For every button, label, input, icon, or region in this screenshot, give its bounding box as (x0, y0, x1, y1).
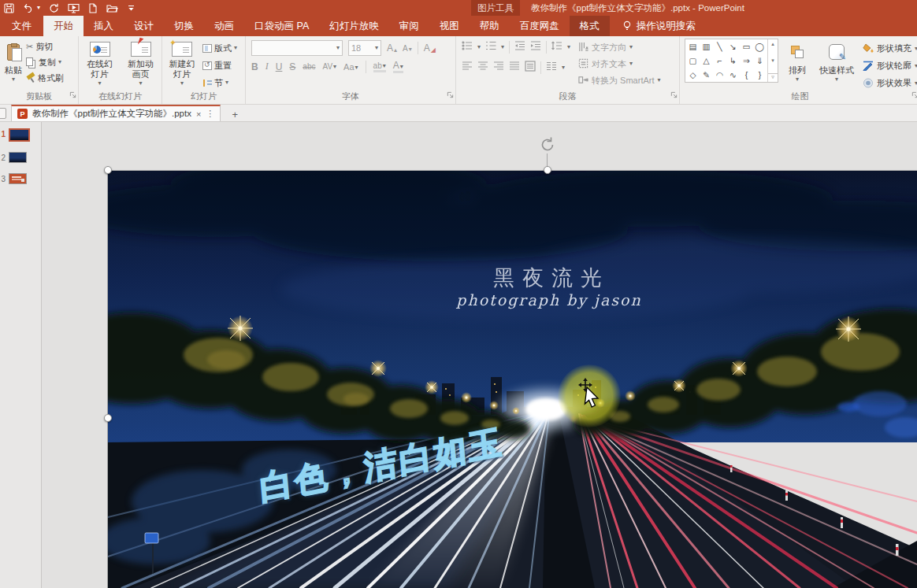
align-right-button[interactable] (493, 61, 504, 75)
tab-file[interactable]: 文件 (0, 16, 43, 36)
shape-left-brace-icon[interactable]: { (745, 70, 748, 80)
shape-triangle-icon[interactable]: △ (703, 56, 709, 65)
document-tab-close-icon[interactable]: × (196, 109, 201, 119)
cut-button[interactable]: ✂剪切 (26, 39, 64, 54)
change-case-button[interactable]: Aa▾ (343, 62, 358, 72)
tab-insert[interactable]: 插入 (84, 16, 124, 36)
tab-baidu-pan[interactable]: 百度网盘 (510, 16, 570, 36)
shape-freeform-icon[interactable]: ◇ (689, 70, 696, 80)
section-button[interactable]: 节▾ (202, 75, 237, 91)
tell-me-search[interactable]: 操作说明搜索 (614, 16, 704, 36)
justify-button[interactable] (509, 61, 520, 75)
new-slide-button[interactable]: ✦ 新建幻灯片 ▾ (165, 39, 199, 89)
distribute-text-button[interactable] (525, 61, 536, 75)
align-left-button[interactable] (462, 61, 473, 75)
tab-transitions[interactable]: 切换 (164, 16, 204, 36)
document-tab-active[interactable]: P 教你制作《ppt制作立体文字功能》.pptx × ⋮ (11, 105, 221, 121)
doc-tab-list-icon[interactable] (0, 108, 6, 119)
slide-thumbnail-1[interactable]: 1 (0, 128, 41, 142)
drawing-dialog-launcher-icon[interactable] (911, 87, 917, 102)
shape-curve-icon[interactable]: ∿ (730, 70, 737, 80)
open-folder-icon[interactable] (106, 3, 118, 13)
slide-thumbnail-2[interactable]: 2 (0, 152, 41, 163)
shape-arrow-line-icon[interactable]: ↘ (730, 42, 737, 51)
increase-indent-button[interactable] (530, 40, 541, 54)
paste-button[interactable]: 粘贴 ▾ (2, 39, 24, 89)
shapes-gallery-more-icon[interactable]: ▿ (768, 73, 778, 80)
font-size-combobox[interactable]: 18▾ (348, 40, 381, 56)
shape-elbow-connector-icon[interactable]: ⌐ (717, 56, 722, 65)
undo-icon[interactable]: ▾ (23, 3, 40, 13)
shapes-scroll-up-icon[interactable]: ▴ (771, 41, 774, 47)
text-highlight-button[interactable]: ab▾ (373, 61, 386, 72)
shape-textbox-icon[interactable]: ▤ (689, 42, 697, 51)
numbering-button[interactable] (485, 40, 496, 54)
online-slide-button[interactable]: 在线幻灯片 ▾ (82, 39, 118, 89)
shape-effects-button[interactable]: 形状效果▾ (863, 76, 917, 91)
decrease-indent-button[interactable] (514, 40, 525, 54)
shape-right-brace-icon[interactable]: } (759, 70, 762, 80)
tab-pocket-animation[interactable]: 口袋动画 PA (244, 16, 319, 36)
undo-caret-icon[interactable]: ▾ (37, 4, 40, 12)
align-center-button[interactable] (477, 61, 488, 75)
shape-vertical-textbox-icon[interactable]: ▥ (703, 42, 711, 51)
selection-handle-top-middle[interactable] (544, 166, 551, 174)
shape-down-arrow-icon[interactable]: ⇓ (756, 56, 763, 65)
shape-arc-icon[interactable]: ◠ (716, 70, 723, 80)
shape-rectangle-icon[interactable]: ▭ (743, 42, 751, 51)
shape-right-arrow-icon[interactable]: ⇒ (743, 56, 750, 65)
increase-font-button[interactable]: A▴ (387, 43, 397, 54)
convert-smartart-button[interactable]: 转换为 SmartArt▾ (578, 73, 660, 87)
slide-title-text[interactable]: 黑夜流光 (493, 264, 610, 292)
double-strike-button[interactable]: abc (303, 62, 315, 71)
tab-home[interactable]: 开始 (43, 16, 84, 36)
character-spacing-button[interactable]: AV▾ (322, 62, 336, 71)
slide-1-thumbnail-image[interactable] (9, 128, 30, 142)
shape-oval-icon[interactable]: ◯ (756, 42, 765, 51)
shape-scribble-icon[interactable]: ✎ (703, 70, 710, 80)
font-name-combobox[interactable]: ▾ (251, 40, 343, 56)
strikethrough-button[interactable]: S (289, 61, 295, 72)
bullets-button[interactable] (462, 40, 473, 54)
selection-handle-middle-left[interactable] (104, 414, 112, 422)
selected-picture[interactable]: 黑夜流光 photograph by jason 白色，洁白如玉 (108, 171, 917, 588)
shape-elbow-arrow-icon[interactable]: ↳ (730, 56, 737, 65)
save-icon[interactable] (4, 3, 14, 13)
shape-fill-button[interactable]: 形状填充▾ (863, 41, 917, 56)
rotation-handle-icon[interactable] (539, 136, 556, 157)
columns-button[interactable] (546, 61, 557, 75)
start-slideshow-icon[interactable] (68, 3, 80, 13)
arrange-button[interactable]: 排列 ▾ (784, 39, 811, 89)
reset-button[interactable]: 重置 (202, 57, 237, 73)
tab-help[interactable]: 帮助 (470, 16, 510, 36)
line-spacing-button[interactable] (551, 40, 562, 54)
tab-format-picture-tools[interactable]: 格式 (570, 16, 610, 36)
align-text-button[interactable]: 对齐文本▾ (578, 57, 660, 71)
new-document-tab-button[interactable]: + (227, 108, 243, 121)
font-dialog-launcher-icon[interactable] (447, 87, 454, 102)
slide-thumbnail-3[interactable]: 3 (0, 173, 41, 184)
clipboard-dialog-launcher-icon[interactable] (69, 87, 76, 102)
slide-credit-text[interactable]: photograph by jason (456, 291, 642, 309)
copy-button[interactable]: 复制▾ (26, 54, 64, 70)
tab-animations[interactable]: 动画 (204, 16, 244, 36)
slide-3-thumbnail-image[interactable] (9, 173, 27, 184)
tab-review[interactable]: 审阅 (389, 16, 429, 36)
quick-styles-button[interactable]: 快速样式 ▾ (816, 39, 857, 89)
clear-formatting-button[interactable]: A◢ (424, 43, 436, 54)
layout-button[interactable]: 版式▾ (202, 40, 237, 56)
text-direction-button[interactable]: 文字方向▾ (578, 40, 660, 54)
shape-rounded-rectangle-icon[interactable]: ▢ (689, 56, 697, 65)
paragraph-dialog-launcher-icon[interactable] (670, 87, 678, 102)
shape-line-icon[interactable]: ╲ (717, 42, 722, 51)
customize-qat-icon[interactable] (127, 4, 136, 13)
selection-handle-top-left[interactable] (104, 166, 112, 174)
shape-outline-button[interactable]: 形状轮廓▾ (863, 58, 917, 73)
underline-button[interactable]: U (276, 61, 283, 72)
italic-button[interactable]: I (265, 61, 269, 72)
slide-2-thumbnail-image[interactable] (9, 152, 27, 163)
tab-view[interactable]: 视图 (429, 16, 470, 36)
tab-design[interactable]: 设计 (124, 16, 164, 36)
format-painter-button[interactable]: 格式刷 (26, 70, 64, 86)
bold-button[interactable]: B (251, 61, 258, 72)
